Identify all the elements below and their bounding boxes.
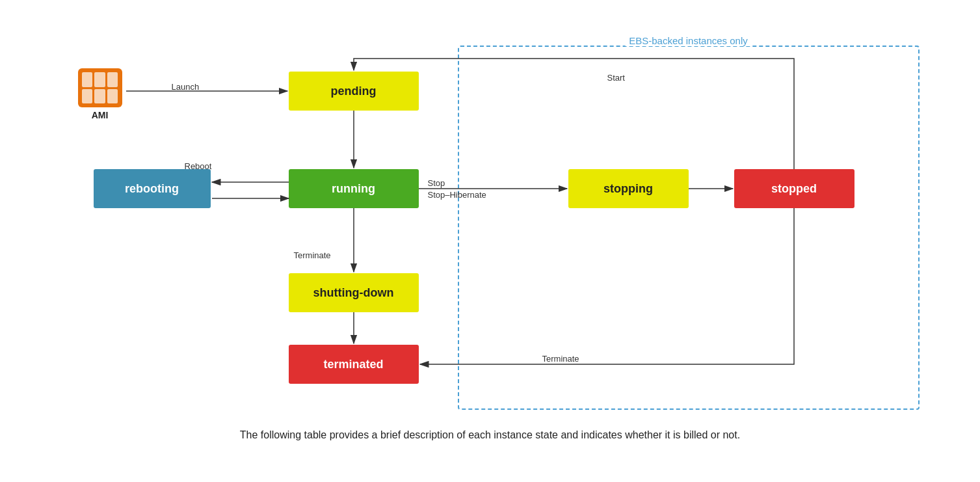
stopping-label: stopping: [603, 182, 653, 196]
ami-cell: [107, 89, 118, 104]
rebooting-label: rebooting: [125, 182, 179, 196]
ami-icon: AMI: [74, 68, 126, 120]
terminate-running-label: Terminate: [294, 250, 331, 260]
footer-description: The following table provides a brief des…: [240, 429, 740, 440]
start-label: Start: [607, 73, 625, 83]
running-state: running: [289, 169, 419, 208]
ami-cell: [82, 72, 93, 87]
pending-label: pending: [331, 85, 377, 98]
ebs-label: EBS-backed instances only: [625, 35, 752, 46]
stop-hibernate-label: Stop–Hibernate: [428, 190, 486, 200]
stopping-state: stopping: [568, 169, 689, 208]
state-diagram: EBS-backed instances only AMI pending ru…: [42, 20, 939, 423]
running-label: running: [332, 182, 375, 196]
ami-grid-icon: [78, 68, 122, 107]
reboot-label: Reboot: [185, 161, 212, 171]
ebs-box: EBS-backed instances only: [458, 46, 920, 410]
ami-cell: [94, 72, 105, 87]
rebooting-state: rebooting: [94, 169, 211, 208]
pending-state: pending: [289, 72, 419, 111]
shutting-down-state: shutting-down: [289, 273, 419, 312]
launch-label: Launch: [172, 82, 200, 92]
footer-text: The following table provides a brief des…: [240, 429, 740, 441]
ami-cell: [107, 72, 118, 87]
ami-cell: [94, 89, 105, 104]
terminate-stopped-label: Terminate: [542, 354, 579, 364]
stopped-label: stopped: [771, 182, 817, 196]
stopped-state: stopped: [734, 169, 854, 208]
terminated-state: terminated: [289, 345, 419, 384]
ami-cell: [82, 89, 93, 104]
ami-label: AMI: [92, 110, 109, 120]
terminated-label: terminated: [323, 358, 383, 371]
stop-label: Stop: [428, 178, 445, 188]
shutting-down-label: shutting-down: [313, 286, 394, 300]
